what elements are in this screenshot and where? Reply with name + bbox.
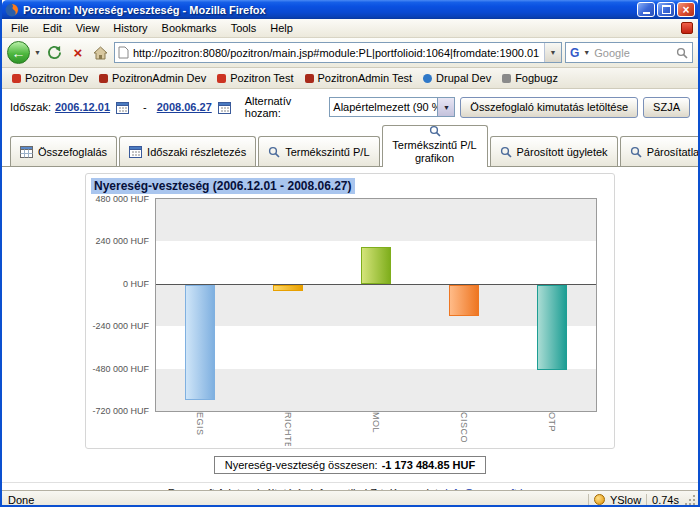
url-dropdown-icon[interactable]: ▼ bbox=[544, 43, 561, 62]
total-value: -1 173 484.85 HUF bbox=[382, 459, 476, 471]
y-tick-label: -240 000 HUF bbox=[92, 321, 149, 331]
select-arrow-icon[interactable]: ▼ bbox=[437, 98, 454, 116]
bookmark-pozitron-test[interactable]: Pozitron Test bbox=[212, 70, 298, 86]
page-content: Időszak: 2006.12.01 - 2008.06.27 Alterna… bbox=[2, 89, 698, 490]
chart-bar-mol bbox=[361, 247, 391, 284]
bookmark-drupal-dev[interactable]: Drupal Dev bbox=[418, 70, 496, 86]
search-engine-chevron-icon[interactable]: ▼ bbox=[582, 49, 591, 56]
alt-yield-select[interactable]: Alapértelmezett (90 % É ▼ bbox=[329, 97, 455, 117]
tabs-row: Összefoglalás Időszaki részletezés Termé… bbox=[2, 121, 698, 167]
maximize-button[interactable] bbox=[657, 2, 675, 17]
close-button[interactable]: × bbox=[677, 2, 695, 17]
date-from-link[interactable]: 2006.12.01 bbox=[55, 101, 110, 113]
plot-band bbox=[156, 369, 596, 411]
y-tick-label: 0 HUF bbox=[123, 279, 149, 289]
home-button[interactable] bbox=[91, 43, 111, 63]
table-icon bbox=[20, 146, 33, 158]
resize-grip[interactable] bbox=[684, 494, 696, 506]
bookmark-favicon bbox=[217, 74, 226, 83]
plot-band bbox=[156, 199, 596, 241]
x-category-label: EGIS bbox=[156, 412, 244, 446]
google-engine-icon[interactable]: G bbox=[570, 46, 579, 60]
x-axis: EGISRICHTERMOLCISCOOTP bbox=[156, 412, 596, 446]
statusbar: Done YSlow 0.74s bbox=[2, 490, 698, 507]
footer-email-link[interactable]: info@ramasoft.hu bbox=[445, 487, 532, 490]
bookmark-favicon bbox=[423, 74, 432, 83]
tab-termekszintu-pl[interactable]: Termékszintű P/L bbox=[258, 136, 379, 166]
search-box[interactable]: G ▼ Google bbox=[565, 42, 693, 63]
plot-band bbox=[156, 326, 596, 368]
date-separator: - bbox=[143, 101, 147, 113]
bookmark-pozitronadmin-test[interactable]: PozitronAdmin Test bbox=[300, 70, 418, 86]
menubar-alert-icon[interactable] bbox=[681, 22, 693, 34]
calendar-icon[interactable] bbox=[218, 101, 231, 114]
bookmark-pozitron-dev[interactable]: Pozitron Dev bbox=[7, 70, 93, 86]
tab-parositatlan-ugyletek[interactable]: Párosítatlan ügyletek bbox=[620, 136, 698, 166]
page-footer: Ramasoft Adatszolgáltató és Informatikai… bbox=[2, 482, 698, 490]
tab-idoszaki-reszletezes[interactable]: Időszaki részletezés bbox=[119, 136, 256, 166]
y-tick-label: -480 000 HUF bbox=[92, 364, 149, 374]
plot-area bbox=[155, 198, 597, 412]
chart-title: Nyereség-veszteség (2006.12.01 - 2008.06… bbox=[91, 178, 355, 194]
chart-bar-otp bbox=[537, 285, 567, 370]
search-magnifier-icon[interactable] bbox=[676, 47, 688, 59]
back-history-chevron-icon[interactable]: ▼ bbox=[33, 49, 42, 56]
menu-help[interactable]: Help bbox=[263, 20, 300, 36]
download-summary-button[interactable]: Összefoglaló kimutatás letöltése bbox=[460, 97, 638, 118]
menu-view[interactable]: View bbox=[69, 20, 107, 36]
x-category-label: MOL bbox=[332, 412, 420, 446]
menu-bookmarks[interactable]: Bookmarks bbox=[155, 20, 224, 36]
y-tick-label: -720 000 HUF bbox=[92, 406, 149, 416]
window-title: Pozitron: Nyereség-veszteség - Mozilla F… bbox=[23, 4, 633, 16]
tab-termekszintu-pl-grafikon[interactable]: Termékszintű P/L grafikon bbox=[382, 125, 488, 167]
yslow-label[interactable]: YSlow bbox=[610, 494, 641, 506]
calendar-icon[interactable] bbox=[116, 101, 129, 114]
zero-axis-line bbox=[156, 284, 596, 285]
x-category-label: RICHTER bbox=[244, 412, 332, 446]
plot-band bbox=[156, 284, 596, 326]
stop-button[interactable]: × bbox=[68, 43, 88, 63]
yslow-time: 0.74s bbox=[652, 494, 679, 506]
menu-tools[interactable]: Tools bbox=[224, 20, 264, 36]
period-controls-row: Időszak: 2006.12.01 - 2008.06.27 Alterna… bbox=[2, 89, 698, 121]
url-bar[interactable]: http://pozitron:8080/pozitron/main.jsp#m… bbox=[114, 42, 562, 63]
tab-parositott-ugyletek[interactable]: Párosított ügyletek bbox=[490, 136, 618, 166]
navigation-toolbar: ← ▼ × http://pozitron:8080/pozitron/main… bbox=[2, 38, 698, 68]
back-button[interactable]: ← bbox=[7, 41, 30, 64]
chart-total: Nyereség-veszteség összesen:-1 173 484.8… bbox=[214, 456, 486, 474]
bookmark-fogbugz[interactable]: Fogbugz bbox=[497, 70, 563, 86]
tab-osszefoglalas[interactable]: Összefoglalás bbox=[10, 136, 117, 166]
magnifier-icon bbox=[429, 125, 441, 137]
x-category-label: OTP bbox=[508, 412, 596, 446]
menu-history[interactable]: History bbox=[106, 20, 154, 36]
search-input[interactable]: Google bbox=[594, 47, 673, 59]
page-favicon bbox=[118, 46, 129, 59]
menu-file[interactable]: File bbox=[4, 20, 36, 36]
y-tick-label: 480 000 HUF bbox=[95, 194, 149, 204]
date-to-link[interactable]: 2008.06.27 bbox=[157, 101, 212, 113]
menubar: File Edit View History Bookmarks Tools H… bbox=[2, 19, 698, 38]
chart-bar-egis bbox=[185, 285, 215, 400]
bookmark-favicon bbox=[12, 74, 21, 83]
firefox-icon bbox=[5, 3, 19, 17]
period-label: Időszak: bbox=[10, 101, 51, 113]
status-text: Done bbox=[8, 494, 34, 506]
bookmark-pozitronadmin-dev[interactable]: PozitronAdmin Dev bbox=[94, 70, 211, 86]
chart-bar-cisco bbox=[449, 285, 479, 316]
menu-edit[interactable]: Edit bbox=[36, 20, 69, 36]
reload-button[interactable] bbox=[45, 43, 65, 63]
y-tick-label: 240 000 HUF bbox=[95, 236, 149, 246]
yslow-icon[interactable] bbox=[594, 494, 605, 505]
magnifier-icon bbox=[630, 146, 642, 158]
total-label: Nyereség-veszteség összesen: bbox=[225, 459, 378, 471]
szja-button[interactable]: SZJA bbox=[643, 97, 690, 118]
titlebar: Pozitron: Nyereség-veszteség - Mozilla F… bbox=[2, 0, 698, 19]
alt-yield-label: Alternatív hozam: bbox=[245, 95, 325, 119]
magnifier-icon bbox=[500, 146, 512, 158]
browser-window: Pozitron: Nyereség-veszteség - Mozilla F… bbox=[0, 0, 700, 507]
bookmark-favicon bbox=[305, 74, 314, 83]
bookmark-favicon bbox=[502, 74, 511, 83]
bookmarks-toolbar: Pozitron Dev PozitronAdmin Dev Pozitron … bbox=[2, 68, 698, 89]
minimize-button[interactable] bbox=[637, 2, 655, 17]
url-text[interactable]: http://pozitron:8080/pozitron/main.jsp#m… bbox=[133, 47, 540, 59]
